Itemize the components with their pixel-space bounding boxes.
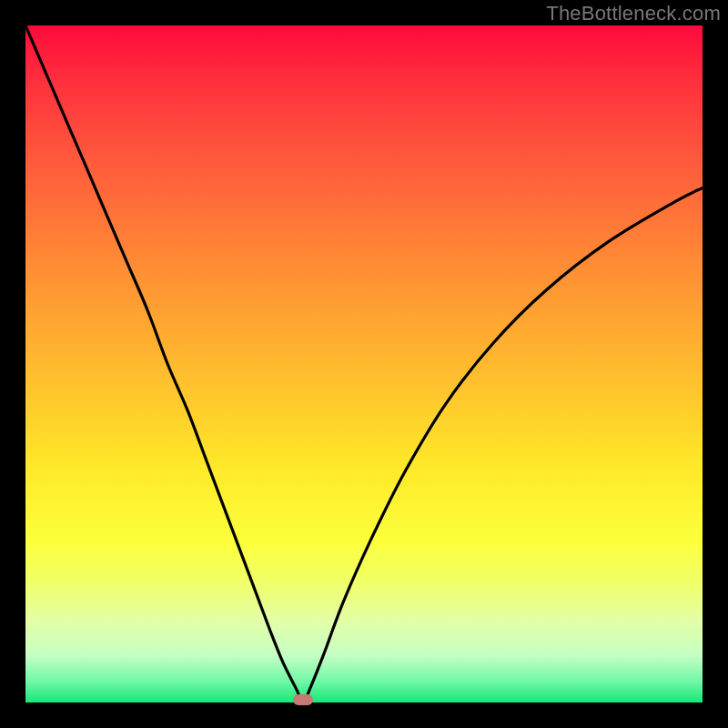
chart-frame: TheBottleneck.com bbox=[0, 0, 728, 728]
curve-path bbox=[25, 25, 703, 703]
minimum-marker bbox=[293, 694, 313, 705]
bottleneck-curve bbox=[25, 25, 703, 703]
watermark-text: TheBottleneck.com bbox=[546, 2, 721, 25]
plot-area bbox=[25, 25, 703, 703]
